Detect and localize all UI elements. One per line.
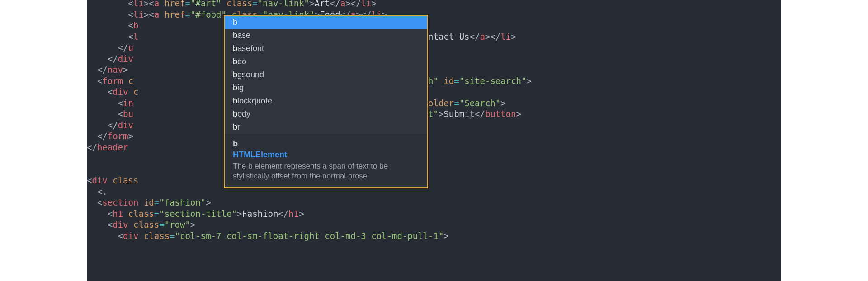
autocomplete-list: bbasebasefontbdobgsoundbigblockquotebody… <box>225 16 427 134</box>
doc-type: HTMLElement <box>233 150 419 159</box>
autocomplete-item[interactable]: bdo <box>225 55 427 68</box>
doc-description: The b element represents a span of text … <box>233 161 419 181</box>
autocomplete-doc: b HTMLElement The b element represents a… <box>225 134 427 187</box>
autocomplete-item[interactable]: blockquote <box>225 94 427 108</box>
code-editor[interactable]: <li><a href="#art" class="nav-link">Art<… <box>87 0 781 281</box>
autocomplete-item[interactable]: body <box>225 108 427 121</box>
autocomplete-item[interactable]: basefont <box>225 42 427 55</box>
doc-signature: b <box>233 139 419 149</box>
autocomplete-item[interactable]: b <box>225 16 427 29</box>
autocomplete-item[interactable]: br <box>225 121 427 134</box>
autocomplete-item[interactable]: big <box>225 81 427 94</box>
autocomplete-item[interactable]: bgsound <box>225 68 427 81</box>
autocomplete-popup: bbasebasefontbdobgsoundbigblockquotebody… <box>224 15 428 188</box>
autocomplete-item[interactable]: base <box>225 29 427 42</box>
